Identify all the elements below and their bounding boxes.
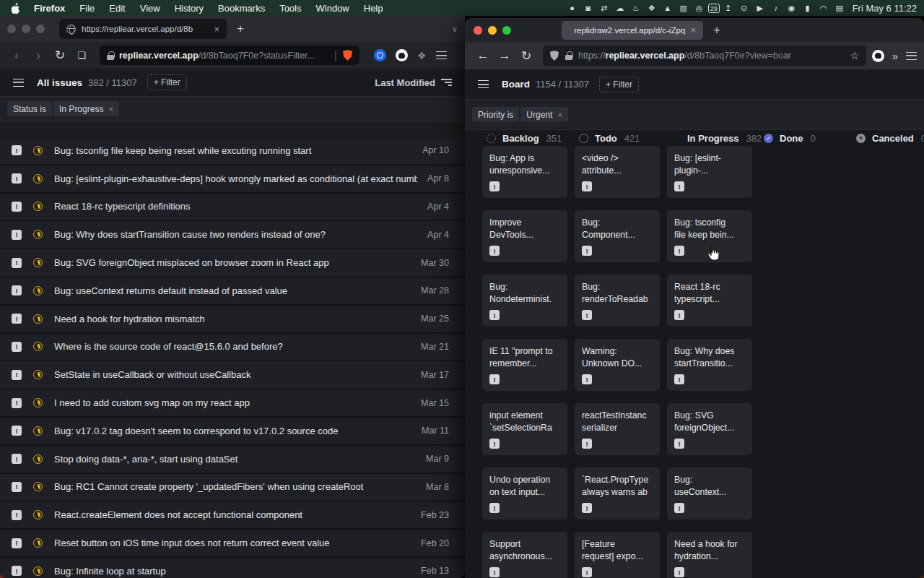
menubar-item-bookmarks[interactable]: Bookmarks <box>211 3 272 14</box>
bookmark-icon[interactable]: ❏ <box>71 50 92 61</box>
board-card[interactable]: Bug: Why does startTransitio...! <box>667 339 752 391</box>
zoom-window-button[interactable] <box>36 25 45 33</box>
menubar-app-name[interactable]: Firefox <box>27 3 72 14</box>
reload-button[interactable]: ↻ <box>515 48 537 64</box>
board-card[interactable]: Undo operation on text input...! <box>482 467 567 519</box>
issue-row[interactable]: !React 18-rc typescript definitionsApr 4 <box>0 194 465 222</box>
menubar-item-view[interactable]: View <box>133 3 167 14</box>
board-card[interactable]: Support asynchronous...! <box>482 532 567 578</box>
board-card[interactable]: Bug: App is unresponsive...! <box>482 146 567 198</box>
displays-icon[interactable]: ▤ <box>832 4 847 13</box>
issue-row[interactable]: !Bug: v17.0.2 tag doesn't seem to corres… <box>0 418 465 446</box>
board-card[interactable]: Need a hook for hydration...! <box>667 532 752 578</box>
tab-list-chevron-icon[interactable]: ∨ <box>452 25 458 34</box>
filter-value-chip[interactable]: Urgent × <box>520 107 567 122</box>
back-button[interactable]: ← <box>472 48 494 63</box>
menubar-item-help[interactable]: Help <box>357 3 391 14</box>
upload-icon[interactable]: ↥ <box>721 4 736 13</box>
board-card[interactable]: reactTestInstanc serializer! <box>575 403 660 455</box>
bookmark-star-icon[interactable]: ☆ <box>850 50 859 61</box>
menubar-item-tools[interactable]: Tools <box>272 3 308 14</box>
siri-icon[interactable]: ◉ <box>785 4 799 13</box>
add-filter-button[interactable]: + Filter <box>147 74 187 90</box>
sort-label[interactable]: Last Modified <box>375 77 435 88</box>
issue-row[interactable]: !Bug: Infinite loop at startupFeb 13 <box>0 558 465 578</box>
issue-row[interactable]: !Bug: tsconfig file keep being reset whi… <box>0 137 465 165</box>
camera-icon[interactable]: ◙ <box>581 4 596 12</box>
menubar-item-window[interactable]: Window <box>309 3 357 14</box>
wifi-icon[interactable]: ◠ <box>816 4 831 13</box>
issue-row[interactable]: !Bug: SVG foreignObject misplaced on bro… <box>0 249 465 277</box>
forward-button[interactable]: → <box>494 48 515 63</box>
brave-shield-icon[interactable] <box>343 50 352 61</box>
apple-menu[interactable] <box>12 3 21 14</box>
github-extension-icon[interactable] <box>396 49 408 61</box>
close-window-button[interactable] <box>474 26 482 35</box>
board-card[interactable]: Improve DevTools...! <box>482 210 567 262</box>
reload-button[interactable]: ↻ <box>49 48 71 63</box>
back-button[interactable]: ‹ <box>6 48 27 63</box>
zoom-window-button[interactable] <box>502 26 511 35</box>
github-extension-icon[interactable] <box>872 50 884 62</box>
remove-filter-icon[interactable]: × <box>557 111 562 119</box>
issue-row[interactable]: !Bug: Why does startTransition cause two… <box>0 221 465 249</box>
vercel-icon[interactable]: ▲ <box>661 4 675 12</box>
issue-row[interactable]: !Bug: useContext returns default instead… <box>0 277 465 306</box>
filter-field-chip[interactable]: Priority is <box>472 107 519 122</box>
new-tab-button[interactable]: + <box>713 23 720 38</box>
issue-row[interactable]: !Reset button on iOS time input does not… <box>0 530 465 558</box>
issue-row[interactable]: !Bug: RC1 Cannot create property '_updat… <box>0 474 465 502</box>
board-card[interactable]: [Feature request] expo...! <box>575 532 660 578</box>
extensions-puzzle-icon[interactable]: ❖ <box>417 50 427 61</box>
cloud-icon[interactable]: ☁ <box>613 4 627 13</box>
menubar-item-edit[interactable]: Edit <box>102 3 132 14</box>
layout-icon[interactable]: ▥ <box>676 4 691 13</box>
sort-icon[interactable] <box>441 79 452 86</box>
forward-button[interactable]: › <box>27 48 49 63</box>
remove-filter-icon[interactable]: × <box>108 105 113 113</box>
board-card[interactable]: IE 11 "prompt to remember...! <box>482 339 567 391</box>
board-card[interactable]: Bug: Nondeterminist.! <box>482 275 567 327</box>
overflow-chevrons-icon[interactable]: » <box>884 50 906 62</box>
issue-row[interactable]: !Where is the source code of react@15.6.… <box>0 334 465 362</box>
issue-row[interactable]: !SetState in useCallback or without useC… <box>0 361 465 389</box>
sidebar-menu-icon[interactable] <box>478 80 489 88</box>
issue-row[interactable]: !Bug: [eslint-plugin-exhaustive-deps] ho… <box>0 165 465 194</box>
browser-menu-icon[interactable] <box>436 51 447 59</box>
new-tab-button[interactable]: + <box>237 22 244 36</box>
dropbox-icon[interactable]: ❖ <box>645 4 659 13</box>
board-card[interactable]: Bug: SVG foreignObject...! <box>667 403 752 455</box>
board-card[interactable]: input element `setSelectionRa! <box>482 403 567 455</box>
browser-menu-icon[interactable] <box>906 52 917 60</box>
calendar-icon[interactable]: 29 <box>708 4 720 13</box>
battery-icon[interactable]: ▮ <box>801 4 815 13</box>
onepassword-extension-icon[interactable] <box>374 49 386 61</box>
issue-row[interactable]: !React.createElement does not accept fun… <box>0 501 465 530</box>
tracking-protection-shield-icon[interactable] <box>550 51 559 61</box>
menubar-item-history[interactable]: History <box>167 3 211 14</box>
close-window-button[interactable] <box>7 25 16 33</box>
minimize-window-button[interactable] <box>22 25 30 33</box>
address-bar[interactable]: repliear.vercel.app /d/8bTaoq7F0e?status… <box>100 46 359 65</box>
play-icon[interactable]: ▶ <box>753 4 767 13</box>
board-card[interactable]: Bug: renderToReadab! <box>575 275 660 327</box>
board-card[interactable]: Bug: useContext...! <box>667 467 752 519</box>
close-tab-icon[interactable]: × <box>690 25 696 35</box>
issue-row[interactable]: !Need a hook for hydration mismatchMar 2… <box>0 306 465 334</box>
board-card[interactable]: Warning: Unknown DO...! <box>575 339 660 391</box>
browser-tab[interactable]: replidraw2.vercel.app/d/c-iZpq × <box>562 21 703 40</box>
power-icon[interactable]: ⊙ <box>737 4 751 13</box>
add-filter-button[interactable]: + Filter <box>599 77 639 92</box>
close-tab-icon[interactable]: × <box>214 24 219 35</box>
sync-icon[interactable]: ⇄ <box>597 4 611 13</box>
sidebar-menu-icon[interactable] <box>13 79 24 87</box>
volume-icon[interactable]: ♪ <box>769 4 783 12</box>
screen-record-icon[interactable]: ● <box>565 4 580 12</box>
board-card[interactable]: React 18-rc typescript...! <box>667 275 752 327</box>
board-card[interactable]: Bug: [eslint- plugin-...! <box>667 146 752 198</box>
browser-tab[interactable]: https://repliear.vercel.app/d/8b × <box>59 19 227 39</box>
address-bar[interactable]: https:// repliear.vercel.app /d/8bTaoq7F… <box>543 46 866 66</box>
menubar-item-file[interactable]: File <box>72 3 102 14</box>
filter-field-chip[interactable]: Status is <box>7 101 52 116</box>
issue-row[interactable]: !Stop doing data-*, aria-*, start using … <box>0 446 465 474</box>
